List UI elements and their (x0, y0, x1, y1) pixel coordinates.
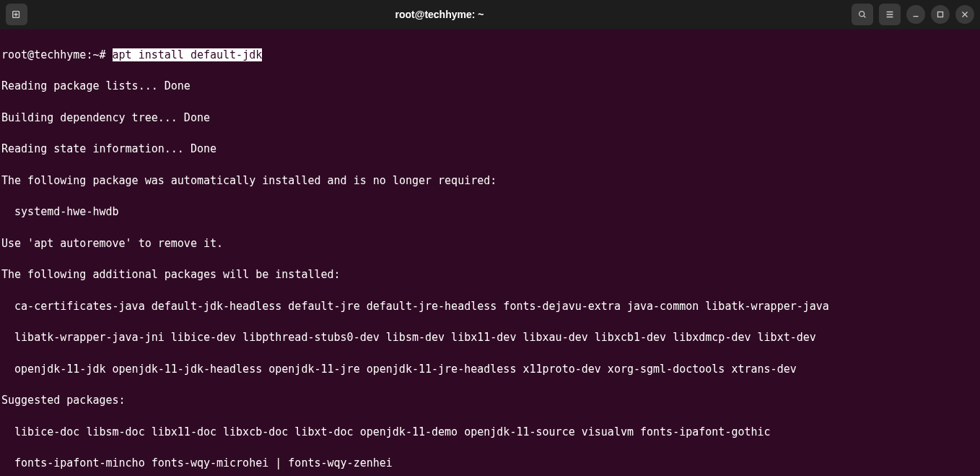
output-line: Reading state information... Done (1, 142, 979, 157)
hamburger-menu-button[interactable] (879, 4, 901, 25)
svg-rect-2 (938, 12, 943, 17)
output-line: Suggested packages: (1, 393, 979, 409)
minimize-button[interactable] (906, 5, 925, 24)
prompt-user-host: root@techhyme (1, 48, 86, 61)
new-tab-button[interactable] (6, 4, 27, 25)
output-line: libice-doc libsm-doc libx11-doc libxcb-d… (1, 425, 979, 441)
window-title: root@techhyme: ~ (27, 9, 852, 20)
output-line: libatk-wrapper-java-jni libice-dev libpt… (1, 330, 979, 346)
output-line: The following additional packages will b… (1, 267, 979, 283)
output-line: systemd-hwe-hwdb (1, 204, 979, 220)
maximize-button[interactable] (931, 5, 950, 24)
svg-point-1 (859, 12, 865, 17)
output-line: openjdk-11-jdk openjdk-11-jdk-headless o… (1, 362, 979, 378)
output-line: Reading package lists... Done (1, 79, 979, 95)
window-titlebar: root@techhyme: ~ (0, 0, 980, 29)
close-button[interactable] (955, 5, 974, 24)
output-line: fonts-ipafont-mincho fonts-wqy-microhei … (1, 456, 979, 472)
output-line: The following package was automatically … (1, 173, 979, 189)
output-line: Use 'apt autoremove' to remove it. (1, 236, 979, 252)
terminal-output[interactable]: root@techhyme:~# apt install default-jdk… (0, 29, 980, 476)
prompt-line: root@techhyme:~# apt install default-jdk (1, 48, 979, 64)
output-line: Building dependency tree... Done (1, 111, 979, 126)
output-line: ca-certificates-java default-jdk-headles… (1, 299, 979, 315)
search-button[interactable] (852, 4, 873, 25)
command-text: apt install default-jdk (113, 48, 263, 61)
